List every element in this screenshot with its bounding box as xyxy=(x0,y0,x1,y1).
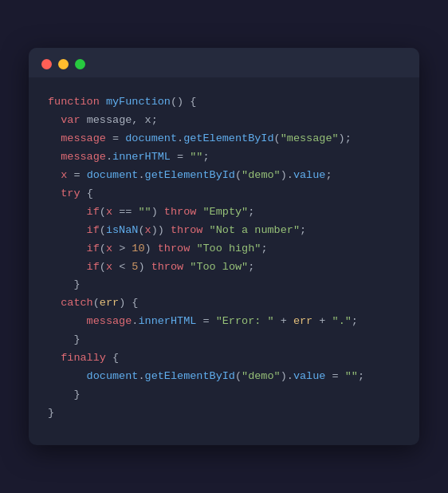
code-line-17: catch(err) { xyxy=(48,294,400,313)
code-line-3: var message, x; xyxy=(48,112,400,130)
code-line-1: function myFunction() { xyxy=(48,93,400,112)
code-line-18: message.innerHTML = "Error: " + err + ".… xyxy=(48,313,400,331)
close-button[interactable] xyxy=(41,59,52,69)
code-line-8: x = document.getElementById("demo").valu… xyxy=(48,167,400,185)
code-line-13: if(x > 10) throw "Too high"; xyxy=(48,240,400,258)
code-line-24: } xyxy=(48,404,400,423)
code-editor: function myFunction() { var message, x; … xyxy=(29,77,419,445)
code-line-10: try { xyxy=(48,185,400,203)
code-line-19: } xyxy=(48,331,400,349)
code-line-12: if(isNaN(x)) throw "Not a number"; xyxy=(48,222,400,240)
maximize-button[interactable] xyxy=(75,59,85,69)
minimize-button[interactable] xyxy=(58,59,69,69)
code-window: function myFunction() { var message, x; … xyxy=(29,48,419,445)
code-line-14: if(x < 5) throw "Too low"; xyxy=(48,258,400,277)
code-line-21: finally { xyxy=(48,349,400,368)
code-line-5: message = document.getElementById("messa… xyxy=(48,130,400,148)
code-line-15: } xyxy=(48,276,400,294)
code-line-23: } xyxy=(48,386,400,404)
code-line-6: message.innerHTML = ""; xyxy=(48,148,400,167)
title-bar xyxy=(29,48,419,77)
code-line-22: document.getElementById("demo").value = … xyxy=(48,368,400,386)
code-line-11: if(x == "") throw "Empty"; xyxy=(48,203,400,222)
